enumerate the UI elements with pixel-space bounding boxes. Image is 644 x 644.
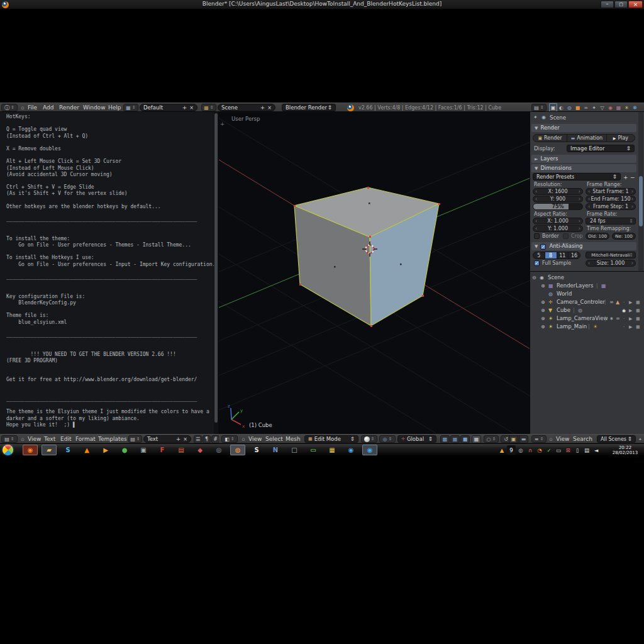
menu-view[interactable]: View [28, 435, 41, 444]
scene-field[interactable]: Scene+× [218, 104, 275, 111]
display-dropdown[interactable]: Image Editor⇕ [567, 145, 635, 152]
region-expand-icon[interactable]: + [220, 121, 225, 127]
screen-layout-browse-button[interactable]: ▦⇕ [123, 104, 138, 111]
ethernet-tray-icon[interactable]: ▤ [582, 445, 591, 455]
minimize-button[interactable]: – [601, 1, 614, 8]
text-editor-area[interactable]: HotKeys: Q = Toggle quad view (Instead o… [0, 112, 219, 434]
outliner-row-camera-controler[interactable]: ⊕ ✛ Camera_Controler | ∞ ▲ · ▶ ▦ [530, 299, 644, 306]
menu-format[interactable]: Format [75, 435, 96, 444]
taskbar-app-green-globe[interactable]: ● [117, 445, 132, 455]
aa-size-field[interactable]: ‹Size: 1.000› [586, 260, 636, 267]
menu-templates[interactable]: Templates [98, 435, 127, 444]
expand-icon[interactable]: ⊕ [541, 324, 545, 330]
updater-tray-icon[interactable]: ◔ [535, 445, 544, 455]
tab-modifiers-icon[interactable]: ✦ [590, 103, 598, 112]
tab-world-icon[interactable]: ◍ [565, 103, 574, 112]
hide-toggle[interactable]: ◉ [622, 308, 626, 313]
taskbar-app-firefox[interactable]: ◉ [23, 445, 38, 455]
taskbar-app-notes-app[interactable]: N [268, 445, 283, 455]
disc-tray-icon[interactable]: ◎ [516, 445, 525, 455]
maximize-button[interactable]: ▢ [614, 1, 628, 8]
tab-constraints-icon[interactable]: ∞ [582, 103, 590, 112]
resolution-y-field[interactable]: ‹Y: 900› [533, 196, 583, 203]
render-presets-dropdown[interactable]: Render Presets⇕ [533, 173, 621, 180]
render-engine-dropdown[interactable]: Blender Render⇕ [282, 104, 336, 111]
header-collapse-icon[interactable]: ⊙ [242, 437, 245, 442]
remove-scene-icon[interactable]: × [267, 105, 272, 111]
info-editor-type-button[interactable]: ⓘ⇕ [1, 104, 18, 111]
tab-material-icon[interactable]: ◉ [606, 103, 614, 112]
proportional-edit-dropdown[interactable]: ○⇕ [484, 435, 499, 443]
section-anti-aliasing[interactable]: ▼✓Anti-Aliasing [531, 242, 636, 250]
menu-view[interactable]: View [248, 435, 262, 444]
device-tray-icon[interactable]: ▯ [573, 445, 582, 455]
render-toggle[interactable]: ▦ [636, 316, 640, 321]
animation-button[interactable]: ▬Animation [567, 135, 607, 142]
start-frame-field[interactable]: ‹Start Frame: 1› [586, 188, 636, 195]
text-editor-type-button[interactable]: ▤⇕ [1, 435, 18, 443]
header-collapse-icon[interactable]: ⊙ [21, 437, 25, 442]
menu-mesh[interactable]: Mesh [286, 435, 301, 444]
taskbar-app-flash[interactable]: F [155, 445, 170, 455]
pivot-point-dropdown[interactable]: ◎⇕ [379, 435, 396, 443]
section-render[interactable]: ▼Render [531, 124, 636, 132]
taskbar-app-media-player[interactable]: ▶ [98, 445, 113, 455]
menu-view[interactable]: View [556, 435, 569, 444]
hide-toggle[interactable]: · [623, 316, 625, 321]
full-sample-checkbox[interactable]: ✓ [534, 260, 540, 266]
text-editor-content[interactable]: HotKeys: Q = Toggle quad view (Instead o… [6, 114, 219, 428]
taskbar-app-blue-app-2[interactable]: ◉ [362, 445, 377, 455]
frame-rate-dropdown[interactable]: 24 fps⇕ [586, 218, 636, 225]
aa-samples-5-button[interactable]: 5 [533, 252, 545, 258]
select-toggle[interactable]: ▶ [629, 325, 632, 330]
taskbar-app-paint-app[interactable]: ▤ [174, 445, 189, 455]
aspect-x-field[interactable]: ‹X: 1.000› [533, 218, 583, 225]
menu-window[interactable]: Window [83, 103, 106, 113]
badge-9-icon[interactable]: 9 [507, 445, 516, 455]
volume-tray-icon[interactable]: ◄ [592, 445, 601, 455]
line-numbers-toggle[interactable]: ☰ [194, 435, 202, 443]
text-datablock-field[interactable]: Text+× [143, 435, 191, 443]
expand-icon[interactable]: ⊕ [541, 316, 545, 321]
aa-samples-16-button[interactable]: 16 [569, 252, 580, 258]
menu-help[interactable]: Help [108, 103, 121, 113]
old-remap-field[interactable]: ‹Old: 100› [586, 233, 609, 240]
taskbar-app-box-app[interactable]: □ [287, 445, 302, 455]
menu-text[interactable]: Text [44, 435, 55, 444]
orientation-dropdown[interactable]: ✛Global⇕ [397, 435, 436, 443]
tab-data-icon[interactable]: ▽ [598, 103, 606, 112]
text-editor-scrollbar[interactable] [214, 112, 218, 434]
taskbar-app-explorer-folder[interactable]: ▰ [42, 445, 57, 455]
item-label[interactable]: Lamp_CameraView [557, 315, 608, 321]
ogl-render-anim-button[interactable]: ▬ [519, 435, 528, 443]
outliner-row-world[interactable]: ◍ World [530, 291, 644, 298]
collapse-icon[interactable]: ⊖ [532, 275, 536, 280]
add-scene-icon[interactable]: + [260, 104, 265, 111]
mode-dropdown[interactable]: ▦Edit Mode⇕ [304, 435, 358, 443]
scene-browse-button[interactable]: ▦⇕ [201, 104, 216, 111]
menu-search[interactable]: Search [573, 435, 592, 444]
frame-step-field[interactable]: ‹Frame Step: 1› [586, 203, 636, 210]
menu-add[interactable]: Add [43, 103, 53, 113]
properties-scrollbar[interactable] [638, 112, 643, 272]
aa-samples-11-button[interactable]: 11 [557, 252, 569, 258]
select-toggle[interactable]: ▶ [629, 300, 632, 305]
add-text-icon[interactable]: + [176, 436, 181, 442]
outliner-row-cube[interactable]: ⊕ ▼ Cube | ◍ ◉ ▶ ▦ [530, 307, 644, 314]
cube-mesh[interactable] [294, 187, 439, 326]
render-toggle[interactable]: ▦ [636, 300, 640, 305]
render-button[interactable]: ▣Render [533, 135, 567, 142]
select-toggle[interactable]: ▶ [629, 316, 632, 321]
scrollbar-thumb[interactable] [639, 176, 643, 226]
viewport-shading-dropdown[interactable]: ⇕ [361, 435, 377, 443]
menu-select[interactable]: Select [265, 435, 283, 444]
text-datablock-browse-button[interactable]: ▤⇕ [128, 435, 142, 443]
screen-layout-field[interactable]: Default+× [140, 104, 197, 111]
outliner-row-lamp-main[interactable]: ⊕ ☀ Lamp_Main | ☀ · ▶ ▦ [530, 323, 644, 331]
tab-render-icon[interactable]: ▣ [549, 103, 557, 112]
audio-tray-icon[interactable]: ∩ [526, 445, 535, 455]
taskbar-app-s-app[interactable]: S [249, 445, 264, 455]
torrent-tray-icon[interactable]: ▲ [497, 445, 506, 455]
scrollbar-thumb[interactable] [214, 113, 218, 423]
breadcrumb[interactable]: Scene [550, 114, 566, 121]
